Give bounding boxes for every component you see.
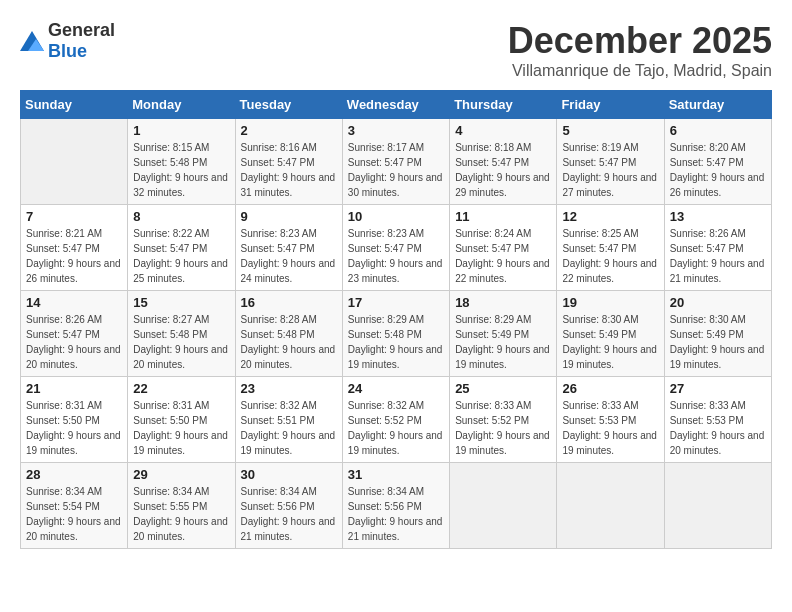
day-number: 3 bbox=[348, 123, 444, 138]
day-number: 15 bbox=[133, 295, 229, 310]
day-number: 12 bbox=[562, 209, 658, 224]
month-title: December 2025 bbox=[508, 20, 772, 62]
header-monday: Monday bbox=[128, 91, 235, 119]
day-info: Sunrise: 8:16 AMSunset: 5:47 PMDaylight:… bbox=[241, 142, 336, 198]
day-number: 29 bbox=[133, 467, 229, 482]
week-row-3: 14Sunrise: 8:26 AMSunset: 5:47 PMDayligh… bbox=[21, 291, 772, 377]
cell-w5-d1: 28Sunrise: 8:34 AMSunset: 5:54 PMDayligh… bbox=[21, 463, 128, 549]
day-number: 18 bbox=[455, 295, 551, 310]
day-info: Sunrise: 8:15 AMSunset: 5:48 PMDaylight:… bbox=[133, 142, 228, 198]
cell-w4-d4: 24Sunrise: 8:32 AMSunset: 5:52 PMDayligh… bbox=[342, 377, 449, 463]
cell-w5-d6 bbox=[557, 463, 664, 549]
header-friday: Friday bbox=[557, 91, 664, 119]
cell-w4-d6: 26Sunrise: 8:33 AMSunset: 5:53 PMDayligh… bbox=[557, 377, 664, 463]
day-info: Sunrise: 8:32 AMSunset: 5:51 PMDaylight:… bbox=[241, 400, 336, 456]
day-info: Sunrise: 8:24 AMSunset: 5:47 PMDaylight:… bbox=[455, 228, 550, 284]
day-number: 2 bbox=[241, 123, 337, 138]
day-number: 14 bbox=[26, 295, 122, 310]
cell-w3-d3: 16Sunrise: 8:28 AMSunset: 5:48 PMDayligh… bbox=[235, 291, 342, 377]
day-number: 22 bbox=[133, 381, 229, 396]
day-number: 9 bbox=[241, 209, 337, 224]
day-info: Sunrise: 8:34 AMSunset: 5:55 PMDaylight:… bbox=[133, 486, 228, 542]
day-info: Sunrise: 8:19 AMSunset: 5:47 PMDaylight:… bbox=[562, 142, 657, 198]
header-wednesday: Wednesday bbox=[342, 91, 449, 119]
day-info: Sunrise: 8:26 AMSunset: 5:47 PMDaylight:… bbox=[670, 228, 765, 284]
day-number: 30 bbox=[241, 467, 337, 482]
day-info: Sunrise: 8:29 AMSunset: 5:49 PMDaylight:… bbox=[455, 314, 550, 370]
cell-w3-d7: 20Sunrise: 8:30 AMSunset: 5:49 PMDayligh… bbox=[664, 291, 771, 377]
cell-w1-d4: 3Sunrise: 8:17 AMSunset: 5:47 PMDaylight… bbox=[342, 119, 449, 205]
day-number: 19 bbox=[562, 295, 658, 310]
day-number: 26 bbox=[562, 381, 658, 396]
cell-w1-d7: 6Sunrise: 8:20 AMSunset: 5:47 PMDaylight… bbox=[664, 119, 771, 205]
day-number: 20 bbox=[670, 295, 766, 310]
location-title: Villamanrique de Tajo, Madrid, Spain bbox=[508, 62, 772, 80]
cell-w2-d7: 13Sunrise: 8:26 AMSunset: 5:47 PMDayligh… bbox=[664, 205, 771, 291]
cell-w1-d5: 4Sunrise: 8:18 AMSunset: 5:47 PMDaylight… bbox=[450, 119, 557, 205]
day-number: 10 bbox=[348, 209, 444, 224]
cell-w2-d3: 9Sunrise: 8:23 AMSunset: 5:47 PMDaylight… bbox=[235, 205, 342, 291]
logo-icon bbox=[20, 31, 44, 51]
cell-w2-d5: 11Sunrise: 8:24 AMSunset: 5:47 PMDayligh… bbox=[450, 205, 557, 291]
day-number: 8 bbox=[133, 209, 229, 224]
day-number: 27 bbox=[670, 381, 766, 396]
day-info: Sunrise: 8:18 AMSunset: 5:47 PMDaylight:… bbox=[455, 142, 550, 198]
day-info: Sunrise: 8:31 AMSunset: 5:50 PMDaylight:… bbox=[26, 400, 121, 456]
week-row-4: 21Sunrise: 8:31 AMSunset: 5:50 PMDayligh… bbox=[21, 377, 772, 463]
cell-w5-d3: 30Sunrise: 8:34 AMSunset: 5:56 PMDayligh… bbox=[235, 463, 342, 549]
day-info: Sunrise: 8:20 AMSunset: 5:47 PMDaylight:… bbox=[670, 142, 765, 198]
cell-w4-d5: 25Sunrise: 8:33 AMSunset: 5:52 PMDayligh… bbox=[450, 377, 557, 463]
day-info: Sunrise: 8:32 AMSunset: 5:52 PMDaylight:… bbox=[348, 400, 443, 456]
day-info: Sunrise: 8:25 AMSunset: 5:47 PMDaylight:… bbox=[562, 228, 657, 284]
cell-w3-d2: 15Sunrise: 8:27 AMSunset: 5:48 PMDayligh… bbox=[128, 291, 235, 377]
cell-w2-d2: 8Sunrise: 8:22 AMSunset: 5:47 PMDaylight… bbox=[128, 205, 235, 291]
cell-w5-d7 bbox=[664, 463, 771, 549]
day-number: 5 bbox=[562, 123, 658, 138]
header-thursday: Thursday bbox=[450, 91, 557, 119]
cell-w3-d1: 14Sunrise: 8:26 AMSunset: 5:47 PMDayligh… bbox=[21, 291, 128, 377]
week-row-5: 28Sunrise: 8:34 AMSunset: 5:54 PMDayligh… bbox=[21, 463, 772, 549]
cell-w4-d1: 21Sunrise: 8:31 AMSunset: 5:50 PMDayligh… bbox=[21, 377, 128, 463]
day-info: Sunrise: 8:34 AMSunset: 5:54 PMDaylight:… bbox=[26, 486, 121, 542]
cell-w1-d2: 1Sunrise: 8:15 AMSunset: 5:48 PMDaylight… bbox=[128, 119, 235, 205]
day-number: 4 bbox=[455, 123, 551, 138]
header-sunday: Sunday bbox=[21, 91, 128, 119]
day-number: 16 bbox=[241, 295, 337, 310]
day-info: Sunrise: 8:30 AMSunset: 5:49 PMDaylight:… bbox=[670, 314, 765, 370]
day-info: Sunrise: 8:34 AMSunset: 5:56 PMDaylight:… bbox=[348, 486, 443, 542]
day-info: Sunrise: 8:30 AMSunset: 5:49 PMDaylight:… bbox=[562, 314, 657, 370]
cell-w2-d4: 10Sunrise: 8:23 AMSunset: 5:47 PMDayligh… bbox=[342, 205, 449, 291]
day-number: 25 bbox=[455, 381, 551, 396]
day-info: Sunrise: 8:34 AMSunset: 5:56 PMDaylight:… bbox=[241, 486, 336, 542]
cell-w2-d6: 12Sunrise: 8:25 AMSunset: 5:47 PMDayligh… bbox=[557, 205, 664, 291]
day-number: 24 bbox=[348, 381, 444, 396]
logo-blue: Blue bbox=[48, 41, 87, 61]
day-number: 21 bbox=[26, 381, 122, 396]
header-saturday: Saturday bbox=[664, 91, 771, 119]
week-row-2: 7Sunrise: 8:21 AMSunset: 5:47 PMDaylight… bbox=[21, 205, 772, 291]
day-number: 28 bbox=[26, 467, 122, 482]
logo: General Blue bbox=[20, 20, 115, 62]
logo-text: General Blue bbox=[48, 20, 115, 62]
day-number: 7 bbox=[26, 209, 122, 224]
day-info: Sunrise: 8:23 AMSunset: 5:47 PMDaylight:… bbox=[348, 228, 443, 284]
day-info: Sunrise: 8:27 AMSunset: 5:48 PMDaylight:… bbox=[133, 314, 228, 370]
title-area: December 2025 Villamanrique de Tajo, Mad… bbox=[508, 20, 772, 80]
cell-w4-d7: 27Sunrise: 8:33 AMSunset: 5:53 PMDayligh… bbox=[664, 377, 771, 463]
cell-w5-d2: 29Sunrise: 8:34 AMSunset: 5:55 PMDayligh… bbox=[128, 463, 235, 549]
day-number: 23 bbox=[241, 381, 337, 396]
cell-w5-d4: 31Sunrise: 8:34 AMSunset: 5:56 PMDayligh… bbox=[342, 463, 449, 549]
day-info: Sunrise: 8:28 AMSunset: 5:48 PMDaylight:… bbox=[241, 314, 336, 370]
day-info: Sunrise: 8:21 AMSunset: 5:47 PMDaylight:… bbox=[26, 228, 121, 284]
day-info: Sunrise: 8:31 AMSunset: 5:50 PMDaylight:… bbox=[133, 400, 228, 456]
day-number: 1 bbox=[133, 123, 229, 138]
page-header: General Blue December 2025 Villamanrique… bbox=[20, 20, 772, 80]
day-info: Sunrise: 8:17 AMSunset: 5:47 PMDaylight:… bbox=[348, 142, 443, 198]
day-number: 11 bbox=[455, 209, 551, 224]
day-info: Sunrise: 8:33 AMSunset: 5:53 PMDaylight:… bbox=[562, 400, 657, 456]
day-number: 13 bbox=[670, 209, 766, 224]
day-info: Sunrise: 8:33 AMSunset: 5:53 PMDaylight:… bbox=[670, 400, 765, 456]
day-number: 6 bbox=[670, 123, 766, 138]
day-info: Sunrise: 8:26 AMSunset: 5:47 PMDaylight:… bbox=[26, 314, 121, 370]
cell-w1-d6: 5Sunrise: 8:19 AMSunset: 5:47 PMDaylight… bbox=[557, 119, 664, 205]
